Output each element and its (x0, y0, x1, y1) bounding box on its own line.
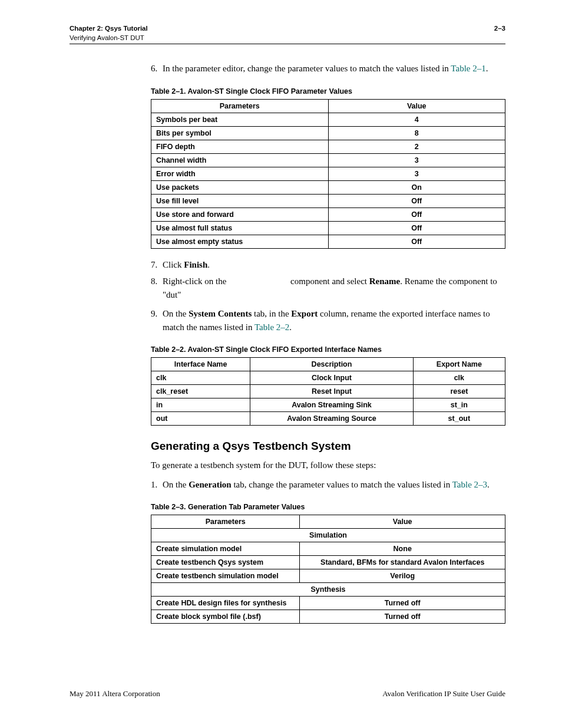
step-9: 9. On the System Contents tab, in the Ex… (151, 307, 505, 334)
col-value: Value (300, 515, 505, 529)
table-row: outAvalon Streaming Sourcest_out (151, 412, 505, 426)
table-row: Use store and forwardOff (151, 207, 505, 221)
col-value: Value (328, 99, 505, 113)
table-row: Create testbench simulation modelVerilog (151, 569, 505, 583)
table-2-3-caption: Table 2–3. Generation Tab Parameter Valu… (151, 503, 505, 511)
step-8: 8. Right-click on the component and sele… (151, 275, 505, 301)
step-text: On the (163, 480, 189, 489)
section-intro: To generate a testbench system for the D… (151, 459, 505, 472)
table-row: FIFO depth2 (151, 140, 505, 153)
table-row: Create simulation modelNone (151, 542, 505, 556)
generation-label: Generation (189, 480, 232, 489)
step-number: 9. (151, 307, 163, 334)
footer-right: Avalon Verification IP Suite User Guide (382, 689, 505, 699)
step-text: On the (163, 309, 189, 318)
table-2-2: Interface Name Description Export Name c… (151, 357, 505, 426)
page-number: 2–3 (494, 24, 505, 42)
col-parameters: Parameters (151, 99, 329, 113)
step-number: 1. (151, 478, 163, 492)
table-2-3-link[interactable]: Table 2–3 (452, 480, 487, 489)
page-footer: May 2011 Altera Corporation Avalon Verif… (70, 689, 505, 699)
col-description: Description (250, 358, 413, 371)
step-text: . (487, 480, 490, 489)
step-number: 6. (151, 62, 163, 75)
step-1: 1. On the Generation tab, change the par… (151, 478, 505, 492)
col-interface-name: Interface Name (151, 358, 250, 371)
col-export-name: Export Name (413, 358, 505, 371)
step-text: . (207, 260, 210, 269)
finish-label: Finish (184, 260, 207, 269)
footer-left: May 2011 Altera Corporation (70, 689, 160, 699)
chapter-title: Chapter 2: Qsys Tutorial (70, 24, 148, 33)
step-text: tab, change the parameter values to matc… (232, 480, 452, 489)
step-text: Right-click on the (163, 276, 229, 286)
step-7: 7. Click Finish. (151, 258, 505, 272)
table-row: Use fill levelOff (151, 194, 505, 207)
step-text: tab, in the (252, 309, 291, 318)
step-text: Click (163, 260, 184, 269)
table-2-1-link[interactable]: Table 2–1 (451, 64, 485, 73)
table-row: clkClock Inputclk (151, 371, 505, 385)
table-row: Use almost empty statusOff (151, 235, 505, 248)
table-row: Create block symbol file (.bsf)Turned of… (151, 610, 505, 624)
step-text: . (289, 322, 292, 332)
section-heading: Generating a Qsys Testbench System (151, 440, 505, 453)
table-row: Use packetsOn (151, 180, 505, 194)
step-number: 8. (151, 275, 163, 301)
rename-label: Rename (369, 276, 401, 286)
step-text: component and select (288, 276, 369, 286)
chapter-subtitle: Verifying Avalon-ST DUT (70, 33, 148, 42)
table-row: Channel width3 (151, 153, 505, 167)
step-text: . (486, 64, 488, 73)
table-section-row: Simulation (151, 529, 505, 542)
table-row: clk_resetReset Inputreset (151, 385, 505, 398)
export-label: Export (291, 309, 318, 318)
step-number: 7. (151, 258, 163, 272)
table-row: Create HDL design files for synthesisTur… (151, 597, 505, 610)
step-gap (229, 276, 288, 286)
table-row: Create testbench Qsys systemStandard, BF… (151, 556, 505, 569)
table-row: inAvalon Streaming Sinkst_in (151, 398, 505, 412)
table-row: Error width3 (151, 167, 505, 180)
step-text: In the parameter editor, change the para… (163, 64, 451, 73)
system-contents-label: System Contents (189, 309, 252, 318)
table-2-1: Parameters Value Symbols per beat4 Bits … (151, 99, 505, 249)
table-row: Use almost full statusOff (151, 221, 505, 235)
table-section-row: Synthesis (151, 583, 505, 597)
col-parameters: Parameters (151, 515, 300, 529)
table-2-2-link[interactable]: Table 2–2 (254, 322, 289, 332)
page-header: Chapter 2: Qsys Tutorial Verifying Avalo… (70, 24, 505, 44)
table-row: Bits per symbol8 (151, 126, 505, 140)
table-row: Symbols per beat4 (151, 113, 505, 126)
step-6: 6. In the parameter editor, change the p… (151, 62, 505, 75)
table-2-1-caption: Table 2–1. Avalon-ST Single Clock FIFO P… (151, 87, 505, 95)
table-2-2-caption: Table 2–2. Avalon-ST Single Clock FIFO E… (151, 345, 505, 354)
table-2-3: Parameters Value Simulation Create simul… (151, 515, 505, 624)
